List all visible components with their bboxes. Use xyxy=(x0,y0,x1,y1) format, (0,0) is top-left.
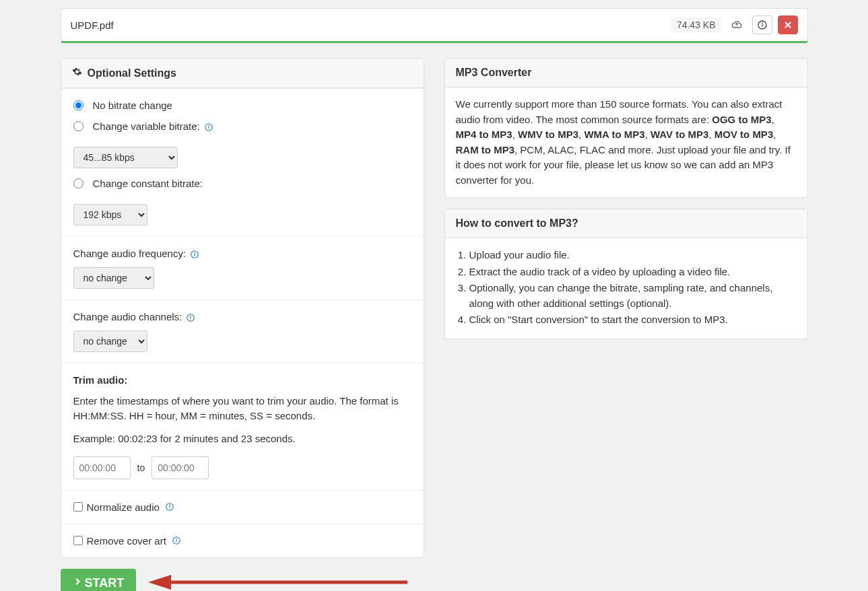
frequency-label: Change audio frequency: xyxy=(73,248,200,259)
svg-point-10 xyxy=(195,252,195,253)
info-icon[interactable] xyxy=(172,536,181,545)
mp3-converter-info-panel: MP3 Converter We currently support more … xyxy=(444,58,808,198)
howto-step: Upload your audio file. xyxy=(469,248,797,263)
howto-header: How to convert to MP3? xyxy=(445,209,807,238)
mp3-converter-info-header: MP3 Converter xyxy=(445,59,807,88)
svg-point-16 xyxy=(170,505,170,506)
optional-settings-panel: Optional Settings No bitrate change Chan… xyxy=(61,58,424,558)
start-button-label: START xyxy=(85,576,125,590)
svg-point-13 xyxy=(191,316,191,316)
howto-step: Click on "Start conversion" to start the… xyxy=(469,312,797,328)
variable-bitrate-label: Change variable bitrate: xyxy=(93,120,213,132)
info-icon[interactable] xyxy=(190,250,199,259)
howto-panel: How to convert to MP3? Upload your audio… xyxy=(444,209,808,339)
variable-bitrate-select[interactable]: 45...85 kbps xyxy=(73,147,178,168)
optional-settings-title: Optional Settings xyxy=(88,67,176,79)
remove-file-button[interactable] xyxy=(778,15,798,34)
chevron-right-icon xyxy=(73,576,82,591)
normalize-label: Normalize audio xyxy=(87,501,160,513)
trim-to-label: to xyxy=(137,462,145,473)
howto-step: Optionally, you can change the bitrate, … xyxy=(469,281,797,311)
info-icon[interactable] xyxy=(186,313,195,322)
svg-marker-21 xyxy=(148,575,171,590)
normalize-checkbox[interactable] xyxy=(73,502,83,512)
remove-cover-label: Remove cover art xyxy=(87,535,166,547)
trim-description: Enter the timestamps of where you want t… xyxy=(73,394,411,423)
remove-cover-section: Remove cover art xyxy=(61,524,424,557)
info-icon[interactable] xyxy=(204,123,213,132)
info-icon[interactable] xyxy=(165,502,174,512)
mp3-converter-info-body: We currently support more than 150 sourc… xyxy=(445,88,807,197)
cloud-upload-icon xyxy=(727,15,747,34)
frequency-select[interactable]: no change xyxy=(73,267,154,289)
no-bitrate-change-label: No bitrate change xyxy=(93,100,172,111)
file-name: UPDF.pdf xyxy=(71,20,114,31)
optional-settings-header: Optional Settings xyxy=(61,59,424,88)
frequency-section: Change audio frequency: no change xyxy=(61,236,424,300)
normalize-section: Normalize audio xyxy=(61,490,424,524)
trim-start-input[interactable] xyxy=(73,456,131,479)
file-upload-row: UPDF.pdf 74.43 KB xyxy=(61,8,808,43)
channels-label: Change audio channels: xyxy=(73,311,196,322)
file-size-badge: 74.43 KB xyxy=(671,18,721,32)
channels-section: Change audio channels: no change xyxy=(61,300,424,363)
trim-section: Trim audio: Enter the timestamps of wher… xyxy=(61,363,424,490)
constant-bitrate-select[interactable]: 192 kbps xyxy=(73,204,147,225)
trim-example: Example: 00:02:23 for 2 minutes and 23 s… xyxy=(73,433,411,444)
trim-end-input[interactable] xyxy=(152,456,209,479)
svg-point-7 xyxy=(209,125,209,126)
variable-bitrate-radio[interactable] xyxy=(73,121,84,131)
remove-cover-checkbox[interactable] xyxy=(73,536,83,545)
svg-point-19 xyxy=(176,538,177,539)
bitrate-section: No bitrate change Change variable bitrat… xyxy=(61,88,424,236)
info-file-button[interactable] xyxy=(752,15,772,34)
howto-step: Extract the audio track of a video by up… xyxy=(469,265,797,280)
channels-select[interactable]: no change xyxy=(73,331,147,352)
svg-point-2 xyxy=(762,23,762,24)
start-button[interactable]: START xyxy=(61,569,137,591)
constant-bitrate-radio[interactable] xyxy=(73,178,84,188)
annotation-arrow xyxy=(148,576,424,590)
trim-label: Trim audio: xyxy=(73,374,128,386)
no-bitrate-change-radio[interactable] xyxy=(73,100,84,110)
howto-steps-list: Upload your audio file. Extract the audi… xyxy=(445,238,807,339)
constant-bitrate-label: Change constant bitrate: xyxy=(93,178,203,189)
gear-icon xyxy=(72,67,82,79)
